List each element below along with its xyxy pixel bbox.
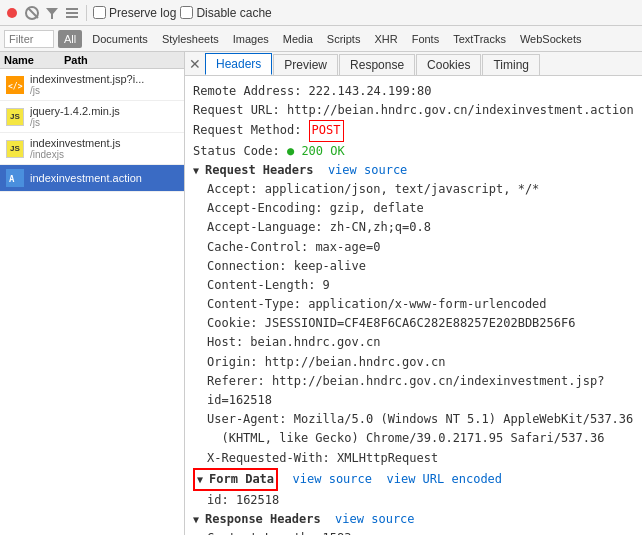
form-data-section: Form Data view source view URL encoded [193, 468, 634, 491]
file-name-jquery: jquery-1.4.2.min.js [30, 105, 120, 117]
status-dot: ● [287, 144, 294, 158]
x-requested-with-header: X-Requested-With: XMLHttpRequest [207, 449, 634, 468]
file-path-indexjs: /indexjs [30, 149, 121, 160]
file-item-action[interactable]: A indexinvestment.action [0, 165, 184, 192]
file-info-indexjs: indexinvestment.js /indexjs [30, 137, 121, 160]
file-path-jquery: /js [30, 117, 120, 128]
tab-timing[interactable]: Timing [482, 54, 540, 75]
name-header: Name [4, 54, 34, 66]
svg-rect-3 [66, 16, 78, 18]
response-headers-label[interactable]: Response Headers [193, 512, 321, 526]
right-panel: ✕ Headers Preview Response Cookies Timin… [185, 52, 642, 535]
view-source3-link[interactable]: view source [335, 512, 414, 526]
status-code-value: 200 OK [301, 144, 344, 158]
file-item-indexjs[interactable]: JS indexinvestment.js /indexjs [0, 133, 184, 165]
filter-tab-stylesheets[interactable]: Stylesheets [156, 32, 225, 46]
js-icon-indexjs: JS [6, 140, 24, 158]
form-data-label[interactable]: Form Data [197, 472, 274, 486]
content-length-header: Content-Length: 9 [207, 276, 634, 295]
preserve-log-checkbox[interactable] [93, 6, 106, 19]
file-item-jquery[interactable]: JS jquery-1.4.2.min.js /js [0, 101, 184, 133]
filter-tab-websockets[interactable]: WebSockets [514, 32, 588, 46]
filter-bar: All DocumentsStylesheetsImagesMediaScrip… [0, 26, 642, 52]
tab-preview[interactable]: Preview [273, 54, 338, 75]
svg-rect-1 [66, 8, 78, 10]
response-headers-section: Response Headers view source [193, 510, 634, 529]
preserve-log-label: Preserve log [109, 6, 176, 20]
svg-marker-0 [46, 8, 58, 19]
file-path-jsp: /js [30, 85, 144, 96]
user-agent-header-cont: (KHTML, like Gecko) Chrome/39.0.2171.95 … [207, 429, 634, 448]
tab-response[interactable]: Response [339, 54, 415, 75]
svg-rect-2 [66, 12, 78, 14]
form-data-list: id: 162518 [193, 491, 634, 510]
disable-cache-label: Disable cache [196, 6, 271, 20]
host-header: Host: beian.hndrc.gov.cn [207, 333, 634, 352]
connection-header: Connection: keep-alive [207, 257, 634, 276]
disable-cache-checkbox[interactable] [180, 6, 193, 19]
filter-icon[interactable] [44, 5, 60, 21]
main-toolbar: Preserve log Disable cache [0, 0, 642, 26]
form-data-id: id: 162518 [207, 491, 634, 510]
content-type-header: Content-Type: application/x-www-form-url… [207, 295, 634, 314]
cache-control-header: Cache-Control: max-age=0 [207, 238, 634, 257]
record-icon[interactable] [4, 5, 20, 21]
referer-header: Referer: http://beian.hndrc.gov.cn/index… [207, 372, 634, 410]
filter-tab-images[interactable]: Images [227, 32, 275, 46]
preserve-log-checkbox-label[interactable]: Preserve log [93, 6, 176, 20]
action-icon: A [6, 169, 24, 187]
main-content: Name Path </> indexinvestment.jsp?i... /… [0, 52, 642, 535]
file-name-jsp: indexinvestment.jsp?i... [30, 73, 144, 85]
resp-content-length: Content-Length: 1583 [207, 529, 634, 535]
js-icon-jquery: JS [6, 108, 24, 126]
tab-cookies[interactable]: Cookies [416, 54, 481, 75]
view-source-link[interactable]: view source [328, 163, 407, 177]
request-headers-list: Accept: application/json, text/javascrip… [193, 180, 634, 468]
request-method-value: POST [309, 120, 344, 141]
prohibit-icon[interactable] [24, 5, 40, 21]
file-list-header: Name Path [0, 52, 184, 69]
toolbar-divider [86, 5, 87, 21]
tab-headers[interactable]: Headers [205, 53, 272, 75]
view-source2-link[interactable]: view source [293, 472, 372, 486]
user-agent-header: User-Agent: Mozilla/5.0 (Windows NT 5.1)… [207, 410, 634, 429]
path-header: Path [64, 54, 88, 66]
jsp-icon: </> [6, 76, 24, 94]
file-name-action: indexinvestment.action [30, 172, 142, 184]
file-info-jsp: indexinvestment.jsp?i... /js [30, 73, 144, 96]
view-url-encoded-link[interactable]: view URL encoded [386, 472, 502, 486]
file-info-action: indexinvestment.action [30, 172, 142, 184]
filter-input[interactable] [4, 30, 54, 48]
cookie-header: Cookie: JSESSIONID=CF4E8F6CA6C282E88257E… [207, 314, 634, 333]
response-headers-list: Content-Length: 1583 Date: Wed, 24 Dec 2… [193, 529, 634, 535]
request-headers-section: Request Headers view source [193, 161, 634, 180]
filter-tab-documents[interactable]: Documents [86, 32, 154, 46]
all-button[interactable]: All [58, 30, 82, 48]
svg-text:</>: </> [8, 82, 23, 91]
file-name-indexjs: indexinvestment.js [30, 137, 121, 149]
accept-language-header: Accept-Language: zh-CN,zh;q=0.8 [207, 218, 634, 237]
svg-text:A: A [9, 174, 15, 184]
request-method-line: Request Method: POST [193, 120, 634, 141]
file-list: Name Path </> indexinvestment.jsp?i... /… [0, 52, 185, 535]
request-url-line: Request URL: http://beian.hndrc.gov.cn/i… [193, 101, 634, 120]
origin-header: Origin: http://beian.hndrc.gov.cn [207, 353, 634, 372]
file-info-jquery: jquery-1.4.2.min.js /js [30, 105, 120, 128]
request-headers-label[interactable]: Request Headers [193, 163, 313, 177]
close-button[interactable]: ✕ [185, 53, 205, 75]
filter-tab-texttracks[interactable]: TextTracks [447, 32, 512, 46]
file-item-jsp[interactable]: </> indexinvestment.jsp?i... /js [0, 69, 184, 101]
headers-content: Remote Address: 222.143.24.199:80 Reques… [185, 76, 642, 535]
status-code-line: Status Code: ● 200 OK [193, 142, 634, 161]
filter-tab-fonts[interactable]: Fonts [406, 32, 446, 46]
lines-icon[interactable] [64, 5, 80, 21]
disable-cache-checkbox-label[interactable]: Disable cache [180, 6, 271, 20]
form-data-box: Form Data [193, 468, 278, 491]
accept-header: Accept: application/json, text/javascrip… [207, 180, 634, 199]
filter-tab-xhr[interactable]: XHR [368, 32, 403, 46]
tab-bar: ✕ Headers Preview Response Cookies Timin… [185, 52, 642, 76]
accept-encoding-header: Accept-Encoding: gzip, deflate [207, 199, 634, 218]
remote-address-line: Remote Address: 222.143.24.199:80 [193, 82, 634, 101]
filter-tab-scripts[interactable]: Scripts [321, 32, 367, 46]
filter-tab-media[interactable]: Media [277, 32, 319, 46]
